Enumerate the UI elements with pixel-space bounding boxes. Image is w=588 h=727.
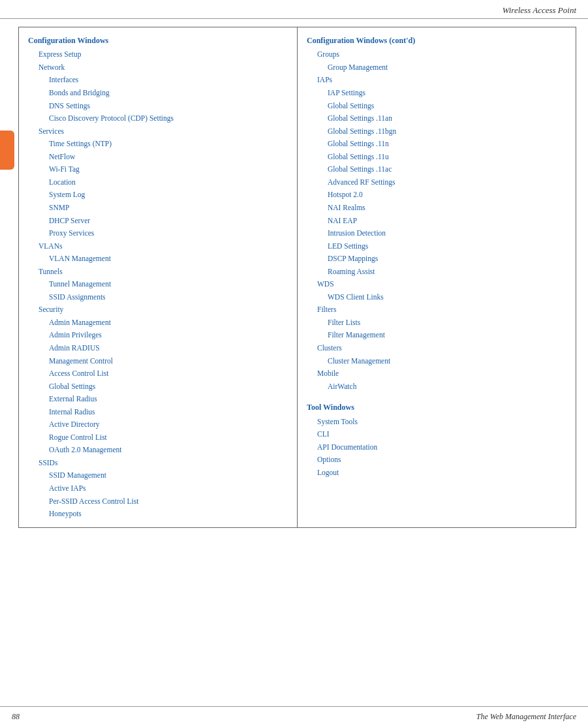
left-column-items: Express SetupNetworkInterfacesBonds and … [28, 48, 288, 520]
list-item: Services [28, 125, 288, 138]
list-item: IAPs [307, 74, 566, 87]
list-item: Internal Radius [28, 406, 288, 419]
list-item: Tunnel Management [28, 278, 288, 291]
list-item: External Radius [28, 393, 288, 406]
list-item: Hotspot 2.0 [307, 189, 566, 202]
list-item: Logout [307, 467, 566, 480]
list-item: NAI EAP [307, 215, 566, 228]
list-item: WDS Client Links [307, 291, 566, 304]
list-item: Cluster Management [307, 355, 566, 368]
list-item: Express Setup [28, 48, 288, 61]
page-footer: 88 The Web Management Interface [0, 706, 588, 727]
list-item: Advanced RF Settings [307, 176, 566, 189]
list-item: NAI Realms [307, 202, 566, 215]
list-item: Tunnels [28, 266, 288, 279]
right-column-header: Configuration Windows (cont'd) [307, 34, 566, 47]
list-item: SSID Assignments [28, 291, 288, 304]
list-item: NetFlow [28, 151, 288, 164]
list-item: Security [28, 303, 288, 317]
tool-windows-items: System ToolsCLIAPI DocumentationOptionsL… [307, 416, 566, 480]
list-item: Global Settings .11bgn [307, 125, 566, 138]
right-column: Configuration Windows (cont'd) GroupsGro… [298, 27, 576, 527]
list-item: DSCP Mappings [307, 253, 566, 266]
list-item: SNMP [28, 202, 288, 215]
list-item: Per-SSID Access Control List [28, 495, 288, 508]
list-item: Global Settings [28, 380, 288, 394]
list-item: Intrusion Detection [307, 227, 566, 240]
orange-tab [0, 131, 14, 170]
list-item: DHCP Server [28, 215, 288, 228]
list-item: CLI [307, 428, 566, 441]
list-item: Global Settings .11an [307, 112, 566, 125]
list-item: Rogue Control List [28, 431, 288, 444]
page-header: Wireless Access Point [0, 0, 588, 19]
list-item: Admin Privileges [28, 329, 288, 342]
footer-section-title: The Web Management Interface [476, 712, 576, 722]
list-item: OAuth 2.0 Management [28, 444, 288, 457]
tool-windows-header: Tool Windows [307, 401, 566, 414]
list-item: Clusters [307, 342, 566, 355]
list-item: System Log [28, 189, 288, 202]
list-item: Filter Management [307, 329, 566, 342]
list-item: Global Settings .11u [307, 151, 566, 164]
list-item: VLAN Management [28, 253, 288, 266]
list-item: Options [307, 454, 566, 467]
list-item: Group Management [307, 61, 566, 74]
list-item: DNS Settings [28, 100, 288, 113]
footer-page-number: 88 [12, 712, 20, 722]
list-item: Bonds and Bridging [28, 87, 288, 100]
list-item: API Documentation [307, 441, 566, 454]
list-item: Time Settings (NTP) [28, 138, 288, 151]
list-item: Admin RADIUS [28, 342, 288, 355]
list-item: IAP Settings [307, 87, 566, 100]
list-item: Filters [307, 303, 566, 317]
list-item: Mobile [307, 367, 566, 380]
list-item: Network [28, 61, 288, 74]
list-item: Global Settings .11ac [307, 163, 566, 176]
list-item: Wi-Fi Tag [28, 163, 288, 176]
main-content: Configuration Windows Express SetupNetwo… [18, 27, 576, 528]
list-item: Filter Lists [307, 317, 566, 330]
list-item: Honeypots [28, 508, 288, 521]
list-item: Global Settings .11n [307, 138, 566, 151]
list-item: SSIDs [28, 457, 288, 470]
left-column: Configuration Windows Express SetupNetwo… [19, 27, 298, 527]
list-item: Global Settings [307, 100, 566, 113]
list-item: Location [28, 176, 288, 189]
list-item: SSID Management [28, 469, 288, 482]
list-item: Access Control List [28, 367, 288, 380]
list-item: WDS [307, 278, 566, 291]
list-item: VLANs [28, 240, 288, 253]
list-item: LED Settings [307, 240, 566, 253]
list-item: Management Control [28, 355, 288, 368]
list-item: Roaming Assist [307, 266, 566, 279]
list-item: System Tools [307, 416, 566, 429]
list-item: Cisco Discovery Protocol (CDP) Settings [28, 112, 288, 125]
list-item: Admin Management [28, 317, 288, 330]
list-item: AirWatch [307, 380, 566, 394]
list-item: Active IAPs [28, 482, 288, 495]
right-column-items: GroupsGroup ManagementIAPsIAP SettingsGl… [307, 48, 566, 393]
list-item: Interfaces [28, 74, 288, 87]
header-title: Wireless Access Point [503, 5, 576, 16]
list-item: Proxy Services [28, 227, 288, 240]
left-column-header: Configuration Windows [28, 34, 288, 47]
list-item: Groups [307, 48, 566, 61]
list-item: Active Directory [28, 418, 288, 431]
